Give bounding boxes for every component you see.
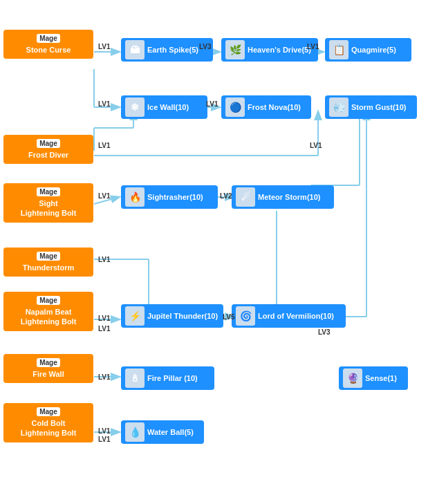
- skill-lord-vermilion: 🌀 Lord of Vermilion(10): [232, 304, 346, 328]
- lv-label: LV3: [318, 328, 331, 336]
- source-header: Mage: [37, 34, 60, 43]
- skill-jupitel: ⚡ Jupitel Thunder(10): [121, 304, 223, 328]
- skill-label: Meteor Storm(10): [258, 193, 320, 201]
- source-header: Mage: [37, 252, 60, 261]
- lv-label: LV1: [206, 100, 218, 108]
- source-header: Mage: [37, 139, 60, 148]
- lv-label: LV1: [98, 436, 111, 443]
- lv-label: LV1: [98, 43, 111, 50]
- skill-fire-pillar: 🕯 Fire Pillar (10): [121, 366, 214, 390]
- sense-icon: 🔮: [343, 368, 362, 388]
- lv-label: LV1: [98, 142, 111, 149]
- skill-diagram: Mage Stone Curse Mage Frost Diver Mage S…: [0, 0, 437, 504]
- lv-label: LV1: [307, 43, 319, 50]
- lv-label: LV1: [98, 256, 111, 263]
- source-skill: SightLightening Bolt: [9, 198, 88, 218]
- lv-label: LV2: [220, 192, 232, 200]
- source-skill: Cold BoltLightening Bolt: [9, 418, 88, 438]
- skill-label: Sense(1): [365, 374, 397, 382]
- water-ball-icon: 💧: [125, 422, 145, 442]
- lv-label: LV3: [199, 43, 212, 50]
- skill-frost-nova: 🔵 Frost Nova(10): [221, 95, 311, 119]
- source-coldbolt: Mage Cold BoltLightening Bolt: [3, 403, 93, 442]
- source-stone-curse: Mage Stone Curse: [3, 30, 93, 59]
- source-skill: Frost Diver: [9, 150, 88, 160]
- meteor-storm-icon: ☄: [236, 187, 255, 207]
- lord-vermilion-icon: 🌀: [236, 306, 255, 326]
- skill-heavens-drive: 🌿 Heaven's Drive(5): [221, 38, 318, 62]
- skill-quagmire: 📋 Quagmire(5): [325, 38, 411, 62]
- sightrasher-icon: 🔥: [125, 187, 145, 207]
- lv-label: LV1: [98, 325, 111, 333]
- storm-gust-icon: 💨: [329, 97, 348, 117]
- source-thunderstorm: Mage Thunderstorm: [3, 248, 93, 277]
- source-header: Mage: [37, 296, 60, 305]
- heavens-drive-icon: 🌿: [225, 40, 245, 59]
- skill-label: Storm Gust(10): [351, 103, 406, 111]
- skill-label: Ice Wall(10): [147, 103, 189, 111]
- skill-water-ball: 💧 Water Ball(5): [121, 420, 204, 444]
- skill-label: Heaven's Drive(5): [248, 46, 311, 54]
- source-header: Mage: [37, 358, 60, 367]
- lv-label: LV5: [223, 313, 235, 321]
- skill-label: Water Ball(5): [147, 428, 194, 436]
- frost-nova-icon: 🔵: [225, 97, 245, 117]
- source-skill: Napalm BeatLightening Bolt: [9, 307, 88, 327]
- source-header: Mage: [37, 407, 60, 416]
- skill-sightrasher: 🔥 Sightrasher(10): [121, 185, 218, 209]
- fire-pillar-icon: 🕯: [125, 368, 145, 388]
- skill-sense: 🔮 Sense(1): [339, 366, 408, 390]
- lv-label: LV1: [98, 315, 111, 322]
- source-skill: Thunderstorm: [9, 263, 88, 272]
- earth-spike-icon: 🏔: [125, 40, 145, 59]
- skill-label: Jupitel Thunder(10): [147, 312, 218, 320]
- skill-storm-gust: 💨 Storm Gust(10): [325, 95, 417, 119]
- source-frost-diver: Mage Frost Diver: [3, 135, 93, 164]
- quagmire-icon: 📋: [329, 40, 348, 59]
- ice-wall-icon: ❄: [125, 97, 145, 117]
- source-sight: Mage SightLightening Bolt: [3, 183, 93, 223]
- source-header: Mage: [37, 187, 60, 196]
- lv-label: LV1: [310, 142, 322, 149]
- skill-label: Frost Nova(10): [248, 103, 301, 111]
- source-napalm: Mage Napalm BeatLightening Bolt: [3, 292, 93, 331]
- lv-label: LV1: [98, 373, 111, 381]
- source-skill: Fire Wall: [9, 369, 88, 379]
- source-firewall: Mage Fire Wall: [3, 354, 93, 383]
- skill-meteor-storm: ☄ Meteor Storm(10): [232, 185, 334, 209]
- skill-label: Quagmire(5): [351, 46, 396, 54]
- source-skill: Stone Curse: [9, 45, 88, 55]
- jupitel-icon: ⚡: [125, 306, 145, 326]
- skill-label: Lord of Vermilion(10): [258, 312, 334, 320]
- skill-label: Fire Pillar (10): [147, 374, 198, 382]
- lv-label: LV1: [98, 427, 111, 435]
- lv-label: LV1: [98, 100, 111, 108]
- skill-label: Sightrasher(10): [147, 193, 203, 201]
- skill-ice-wall: ❄ Ice Wall(10): [121, 95, 207, 119]
- skill-label: Earth Spike(5): [147, 46, 198, 54]
- lv-label: LV1: [98, 192, 111, 200]
